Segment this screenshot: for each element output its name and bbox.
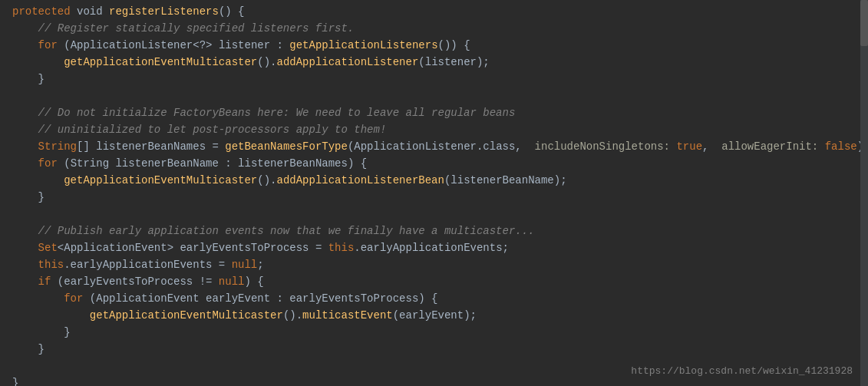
code-content: protected void registerListeners() { // … <box>0 3 868 386</box>
scrollbar[interactable] <box>860 0 868 386</box>
code-line: String[] listenerBeanNames = getBeanName… <box>0 138 868 155</box>
code-line: // Publish early application events now … <box>0 223 868 239</box>
code-line: getApplicationEventMulticaster().addAppl… <box>0 172 868 189</box>
code-line: } <box>0 341 868 358</box>
code-line: Set<ApplicationEvent> earlyEventsToProce… <box>0 239 868 256</box>
scrollbar-thumb[interactable] <box>860 0 868 46</box>
watermark: https://blog.csdn.net/weixin_41231928 <box>631 365 853 377</box>
code-line: // uninitialized to let post-processors … <box>0 121 868 138</box>
code-line: if (earlyEventsToProcess != null) { <box>0 273 868 290</box>
code-line: // Do not initialize FactoryBeans here: … <box>0 104 868 121</box>
code-line: for (ApplicationEvent earlyEvent : early… <box>0 290 868 307</box>
code-line: this.earlyApplicationEvents = null; <box>0 256 868 273</box>
code-line <box>0 87 868 104</box>
code-editor: protected void registerListeners() { // … <box>0 0 868 386</box>
code-line: for (String listenerBeanName : listenerB… <box>0 155 868 172</box>
code-line: getApplicationEventMulticaster().multica… <box>0 307 868 324</box>
code-line: // Register statically specified listene… <box>0 20 868 37</box>
code-line <box>0 206 868 223</box>
code-line: for (ApplicationListener<?> listener : g… <box>0 37 868 54</box>
code-line: } <box>0 71 868 87</box>
code-line: protected void registerListeners() { <box>0 3 868 20</box>
code-line: getApplicationEventMulticaster().addAppl… <box>0 54 868 71</box>
code-line: } <box>0 189 868 206</box>
code-line: } <box>0 324 868 341</box>
